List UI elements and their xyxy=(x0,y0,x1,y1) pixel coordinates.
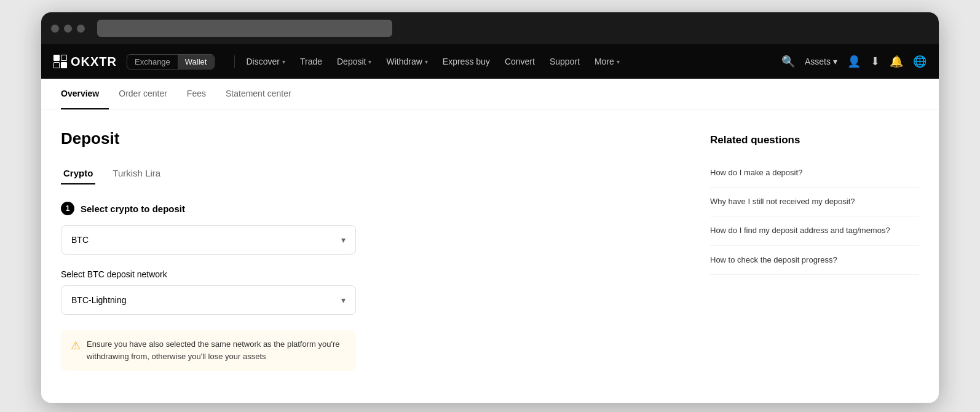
step-1-badge: 1 xyxy=(61,202,74,215)
nav-item-convert[interactable]: Convert xyxy=(499,53,541,70)
sub-nav-fees[interactable]: Fees xyxy=(177,79,216,109)
network-select-value: BTC-Lightning xyxy=(71,295,127,305)
nav-trade-label: Trade xyxy=(300,57,322,66)
step-1-label: Select crypto to deposit xyxy=(81,204,185,214)
assets-chevron-icon: ▾ xyxy=(833,57,837,66)
deposit-tabs: Crypto Turkish Lira xyxy=(61,163,686,184)
left-column: Deposit Crypto Turkish Lira 1 Select cry… xyxy=(61,129,686,383)
nav-convert-label: Convert xyxy=(505,57,535,66)
network-label: Select BTC deposit network xyxy=(61,269,686,279)
url-bar[interactable] xyxy=(97,20,392,37)
sub-nav-statement-center[interactable]: Statement center xyxy=(216,79,301,109)
logo-icon xyxy=(53,55,67,68)
right-column: Related questions How do I make a deposi… xyxy=(710,129,919,383)
related-item-1[interactable]: Why have I still not received my deposit… xyxy=(710,188,919,216)
logo-sq-4 xyxy=(61,62,67,68)
nav-divider xyxy=(234,55,235,68)
nav-item-more[interactable]: More ▾ xyxy=(588,53,626,70)
step-1-header: 1 Select crypto to deposit xyxy=(61,202,686,215)
page-title: Deposit xyxy=(61,129,686,148)
nav-withdraw-label: Withdraw xyxy=(386,57,422,66)
traffic-lights xyxy=(51,25,85,33)
discover-chevron-icon: ▾ xyxy=(282,58,285,65)
wallet-toggle-btn[interactable]: Wallet xyxy=(178,55,215,69)
navbar: OKXTR Exchange Wallet Discover ▾ Trade D… xyxy=(41,44,939,79)
deposit-tab-turkish-lira[interactable]: Turkish Lira xyxy=(110,163,163,184)
logo-sq-1 xyxy=(53,55,60,61)
related-questions-title: Related questions xyxy=(710,134,919,146)
deposit-chevron-icon: ▾ xyxy=(368,58,371,65)
network-select-chevron-icon: ▾ xyxy=(341,295,346,305)
nav-express-buy-label: Express buy xyxy=(443,57,490,66)
nav-support-label: Support xyxy=(550,57,580,66)
nav-item-support[interactable]: Support xyxy=(543,53,586,70)
exchange-toggle-btn[interactable]: Exchange xyxy=(127,55,178,69)
related-item-3[interactable]: How to check the deposit progress? xyxy=(710,246,919,275)
nav-deposit-label: Deposit xyxy=(337,57,366,66)
withdraw-chevron-icon: ▾ xyxy=(425,58,428,65)
nav-item-deposit[interactable]: Deposit ▾ xyxy=(331,53,377,70)
related-item-0[interactable]: How do I make a deposit? xyxy=(710,159,919,188)
logo-sq-3 xyxy=(53,62,60,68)
step-1-section: 1 Select crypto to deposit BTC ▾ Select … xyxy=(61,202,686,371)
related-item-2[interactable]: How do I find my deposit address and tag… xyxy=(710,216,919,245)
nav-right: 🔍 Assets ▾ 👤 ⬇ 🔔 🌐 xyxy=(781,55,927,68)
search-icon[interactable]: 🔍 xyxy=(781,55,795,68)
nav-item-express-buy[interactable]: Express buy xyxy=(437,53,496,70)
assets-button[interactable]: Assets ▾ xyxy=(805,57,837,66)
nav-item-withdraw[interactable]: Withdraw ▾ xyxy=(380,53,433,70)
crypto-select-dropdown[interactable]: BTC ▾ xyxy=(61,225,356,255)
page-body: Deposit Crypto Turkish Lira 1 Select cry… xyxy=(41,109,939,403)
more-chevron-icon: ▾ xyxy=(617,58,620,65)
bell-icon[interactable]: 🔔 xyxy=(890,55,903,68)
exchange-wallet-toggle: Exchange Wallet xyxy=(127,54,215,69)
nav-items: Discover ▾ Trade Deposit ▾ Withdraw ▾ Ex… xyxy=(240,53,781,70)
close-button[interactable] xyxy=(51,25,59,33)
sub-nav: Overview Order center Fees Statement cen… xyxy=(41,79,939,109)
logo-sq-2 xyxy=(61,55,67,61)
maximize-button[interactable] xyxy=(77,25,85,33)
warning-box: ⚠ Ensure you have also selected the same… xyxy=(61,330,356,371)
crypto-select-chevron-icon: ▾ xyxy=(341,235,346,245)
minimize-button[interactable] xyxy=(64,25,72,33)
warning-icon: ⚠ xyxy=(71,339,81,352)
nav-item-trade[interactable]: Trade xyxy=(294,53,328,70)
logo[interactable]: OKXTR xyxy=(53,55,117,69)
nav-item-discover[interactable]: Discover ▾ xyxy=(240,53,291,70)
browser-window: OKXTR Exchange Wallet Discover ▾ Trade D… xyxy=(41,12,939,403)
sub-nav-order-center[interactable]: Order center xyxy=(109,79,177,109)
network-select-dropdown[interactable]: BTC-Lightning ▾ xyxy=(61,285,356,315)
globe-icon[interactable]: 🌐 xyxy=(913,55,927,68)
nav-discover-label: Discover xyxy=(246,57,279,66)
assets-label: Assets xyxy=(805,57,831,66)
warning-text: Ensure you have also selected the same n… xyxy=(87,338,346,362)
nav-more-label: More xyxy=(595,57,614,66)
title-bar xyxy=(41,12,939,44)
download-icon[interactable]: ⬇ xyxy=(871,55,880,68)
crypto-select-value: BTC xyxy=(71,235,89,245)
deposit-tab-crypto[interactable]: Crypto xyxy=(61,163,95,184)
sub-nav-overview[interactable]: Overview xyxy=(61,79,109,109)
logo-text: OKXTR xyxy=(71,55,117,69)
main-content: Overview Order center Fees Statement cen… xyxy=(41,79,939,403)
user-icon[interactable]: 👤 xyxy=(847,55,861,68)
